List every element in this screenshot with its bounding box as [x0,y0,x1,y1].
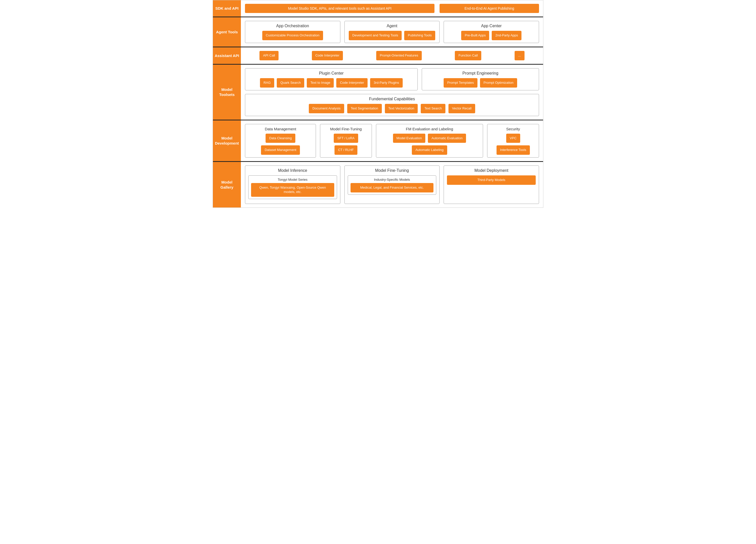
gallery-label: Model Gallery [213,162,241,207]
agent-section-title: App Orchestration [248,24,337,28]
agent-item-box: Publishing Tools [404,31,435,40]
gallery-inner-title: Tongyi Model Series [251,178,334,181]
dev-section-title: Model Fine-Tuning [323,127,368,131]
dev-section-title: FM Evaluation and Labeling [379,127,480,131]
dev-item-box: Model Evaluation [393,134,426,143]
prompt-engineering-title: Prompt Engineering [425,71,536,76]
gallery-inner-box: Industry-Specific ModelsMedical, Legal, … [348,175,437,195]
agent-item-box: Development and Testing Tools [349,31,402,40]
agent-item-box: Customizable Process Orchestration [262,31,323,40]
assistant-item-box: Function Call [455,51,481,60]
agent-section-title: App Center [447,24,536,28]
gallery-box: Third-Party Models [447,175,536,185]
dev-section: FM Evaluation and LabelingModel Evaluati… [376,124,483,158]
dev-item-box: Automatic Labeling [412,145,447,155]
fundamental-item-box: Document Analysis [309,104,344,113]
sdk-row: SDK and API Model Studio SDK, APIs, and … [213,0,543,17]
plugin-item-box: RAG [260,78,274,88]
sdk-box-1: Model Studio SDK, APIs, and relevant too… [245,4,434,13]
fundamental-item-box: Vector Recall [448,104,475,113]
assistant-item-box: Code Interpreter [312,51,343,60]
fundamental-section: Fundemental Capabilities Document Analys… [245,94,539,116]
agent-item-box: Pre-Built Apps [461,31,489,40]
agent-item-box: 2nd-Party Apps [492,31,521,40]
dev-section: SecurityVPCInterference Tools [487,124,539,158]
assistant-row: Assistant API API CallCode InterpreterPr… [213,47,543,65]
dev-section-title: Data Management [248,127,313,131]
plugin-item-box: Code Interpreter [336,78,368,88]
gallery-inner-box: Tongyi Model SeriesQwen, Tongyi Wanxaing… [248,175,337,199]
assistant-item-box: Prompt-Oriented Features [376,51,422,60]
gallery-content: Model InferenceTongyi Model SeriesQwen, … [241,162,543,207]
gallery-section: Model Fine-TuningIndustry-Specific Model… [344,165,440,204]
dev-item-box: Automatic Evaluation [428,134,466,143]
dev-item-box: SFT / LoRA [334,134,358,143]
toolsets-row: Model Toolsets Plugin Center RAGQuark Se… [213,65,543,120]
development-row: Model Development Data ManagementData Cl… [213,120,543,162]
plugin-item-box: Text to Image [307,78,334,88]
gallery-inner-title: Industry-Specific Models [351,178,434,181]
agent-label: Agent Tools [213,17,241,47]
prompt-item-box: Prompt Optimization [480,78,517,88]
agent-section: App CenterPre-Built Apps2nd-Party Apps [444,21,539,43]
gallery-section-title: Model Inference [248,168,337,173]
dev-section: Model Fine-TuningSFT / LoRACT / RLHF [320,124,372,158]
fundamental-title: Fundemental Capabilities [248,97,536,101]
dev-section-title: Security [490,127,536,131]
dev-item-box: CT / RLHF [335,145,357,155]
toolsets-content: Plugin Center RAGQuark SearchText to Ima… [241,65,543,120]
assistant-item-box: API Call [259,51,279,60]
fundamental-item-box: Text Segmentation [347,104,382,113]
development-content: Data ManagementData CleansingDataset Man… [241,120,543,161]
sdk-content: Model Studio SDK, APIs, and relevant too… [241,0,543,17]
fundamental-item-box: Text Vectorization [385,104,418,113]
dev-item-box: VPC [506,134,520,143]
sdk-label: SDK and API [213,0,241,17]
dev-section: Data ManagementData CleansingDataset Man… [245,124,316,158]
dev-item-box: Data Cleansing [266,134,295,143]
agent-section-title: Agent [348,24,437,28]
dev-item-box: Interference Tools [497,145,530,155]
prompt-engineering-section: Prompt Engineering Prompt TemplatesPromp… [422,68,539,90]
gallery-sub-box: Medical, Legal, and Financial Services, … [351,183,434,192]
gallery-section-title: Model Fine-Tuning [348,168,437,173]
fundamental-item-box: Text Search [421,104,445,113]
plugin-center-title: Plugin Center [248,71,414,76]
plugin-item-box: 3rd-Party Plugins [370,78,403,88]
assistant-content: API CallCode InterpreterPrompt-Oriented … [241,47,543,64]
plugin-item-box: Quark Search [277,78,304,88]
agent-row: Agent Tools App OrchestrationCustomizabl… [213,17,543,47]
gallery-section: Model InferenceTongyi Model SeriesQwen, … [245,165,340,204]
plugin-center-section: Plugin Center RAGQuark SearchText to Ima… [245,68,418,90]
agent-content: App OrchestrationCustomizable Process Or… [241,17,543,47]
gallery-section: Model DeploymentThird-Party Models [444,165,539,204]
dev-item-box: Dataset Management [261,145,300,155]
prompt-item-box: Prompt Templates [444,78,477,88]
agent-section: App OrchestrationCustomizable Process Or… [245,21,340,43]
development-label: Model Development [213,120,241,161]
gallery-sub-box: Qwen, Tongyi Wanxaing, Open-Source Qwen … [251,183,334,197]
sdk-box-2: End-to-End AI Agent Publishing [440,4,539,13]
toolsets-label: Model Toolsets [213,65,241,120]
gallery-section-title: Model Deployment [447,168,536,173]
main-diagram: SDK and API Model Studio SDK, APIs, and … [213,0,543,208]
agent-section: AgentDevelopment and Testing ToolsPublis… [344,21,440,43]
assistant-label: Assistant API [213,47,241,64]
gallery-row: Model Gallery Model InferenceTongyi Mode… [213,162,543,207]
assistant-item-box: ... [515,51,525,60]
